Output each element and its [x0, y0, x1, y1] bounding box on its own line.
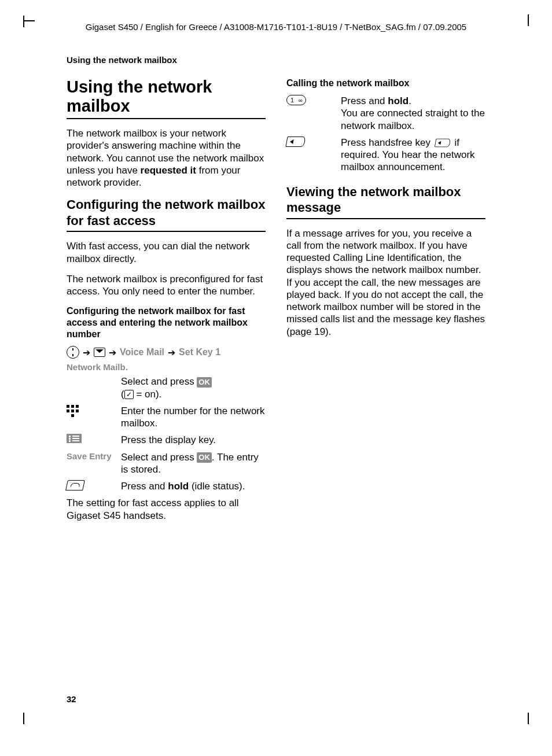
- path-set-key-1: Set Key 1: [179, 347, 220, 357]
- envelope-icon: [94, 348, 105, 357]
- right-column: Calling the network mailbox 1 Press and …: [286, 78, 485, 530]
- crop-mark-tl: [23, 20, 35, 32]
- section-viewing: Viewing the network mailbox message: [286, 184, 485, 216]
- step-save-a: Select and press: [121, 452, 197, 463]
- subhead-calling: Calling the network mailbox: [286, 78, 485, 89]
- page-number: 32: [67, 694, 76, 704]
- row1-bold: hold: [388, 95, 409, 106]
- fast-access-p2: The network mailbox is preconfigured for…: [67, 273, 266, 298]
- crop-mark-br: [517, 713, 529, 724]
- document-header-meta: Gigaset S450 / English for Greece / A310…: [35, 22, 517, 32]
- calling-row1: Press and hold. You are connected straig…: [341, 95, 485, 132]
- left-column: Using the network mailbox The network ma…: [67, 78, 266, 530]
- intro-bold: requested it: [141, 165, 196, 176]
- crop-mark-tr: [517, 20, 529, 32]
- viewing-paragraph: If a message arrives for you, you receiv…: [286, 227, 485, 338]
- row1-b: .: [409, 95, 411, 106]
- path-voice-mail: Voice Mail: [120, 347, 164, 357]
- hangup-key-icon: [65, 480, 85, 491]
- section-rule-2: [286, 218, 485, 219]
- step-hangup-a: Press and: [121, 481, 168, 492]
- step-hangup-bold: hold: [168, 481, 189, 492]
- step-select-c: = on).: [134, 389, 162, 400]
- arrow-icon: ➔: [109, 347, 116, 358]
- section-configuring: Configuring the network mailbox for fast…: [67, 197, 266, 228]
- step-hangup: Press and hold (idle status).: [121, 480, 266, 492]
- step-select-a: Select and press: [121, 376, 197, 387]
- handsfree-key-icon-inline: [435, 139, 451, 147]
- ok-badge: OK: [197, 452, 212, 463]
- step-hangup-b: (idle status).: [189, 481, 245, 492]
- intro-paragraph: The network mailbox is your network prov…: [67, 127, 266, 189]
- menu-list-icon: [67, 434, 82, 443]
- row1-a: Press and: [341, 95, 388, 106]
- calling-row2: Press handsfree key if required. You hea…: [341, 137, 485, 174]
- page-title: Using the network mailbox: [67, 78, 266, 116]
- crop-mark-bl: [23, 713, 35, 724]
- step-save-entry: Select and press OK. The entry is stored…: [121, 451, 266, 476]
- keypad-icon: [67, 405, 79, 418]
- step-press-display-key: Press the display key.: [121, 434, 266, 446]
- nav-key-icon: [67, 346, 79, 359]
- arrow-icon: ➔: [168, 347, 175, 358]
- ok-badge: OK: [197, 377, 212, 388]
- fast-access-p1: With fast access, you can dial the netwo…: [67, 240, 266, 265]
- checkbox-icon: ✓: [124, 390, 134, 399]
- row1-c: You are connected straight to the networ…: [341, 108, 485, 131]
- subhead-configuring: Configuring the network mailbox for fast…: [67, 305, 266, 340]
- handsfree-key-icon: [285, 137, 306, 147]
- label-network-mailb: Network Mailb.: [67, 362, 266, 372]
- label-save-entry: Save Entry: [67, 451, 113, 461]
- arrow-icon: ➔: [83, 347, 90, 358]
- running-head: Using the network mailbox: [67, 55, 485, 65]
- section-rule-1: [67, 231, 266, 232]
- step-enter-number: Enter the number for the network mailbox…: [121, 405, 266, 430]
- row2-a: Press handsfree key: [341, 137, 433, 148]
- step-select: Select and press OK (✓ = on).: [121, 375, 266, 400]
- applies-paragraph: The setting for fast access applies to a…: [67, 497, 266, 522]
- key-1-icon: 1: [286, 95, 306, 105]
- menu-path: ➔ ➔ Voice Mail ➔ Set Key 1: [67, 346, 266, 359]
- title-rule: [67, 118, 266, 119]
